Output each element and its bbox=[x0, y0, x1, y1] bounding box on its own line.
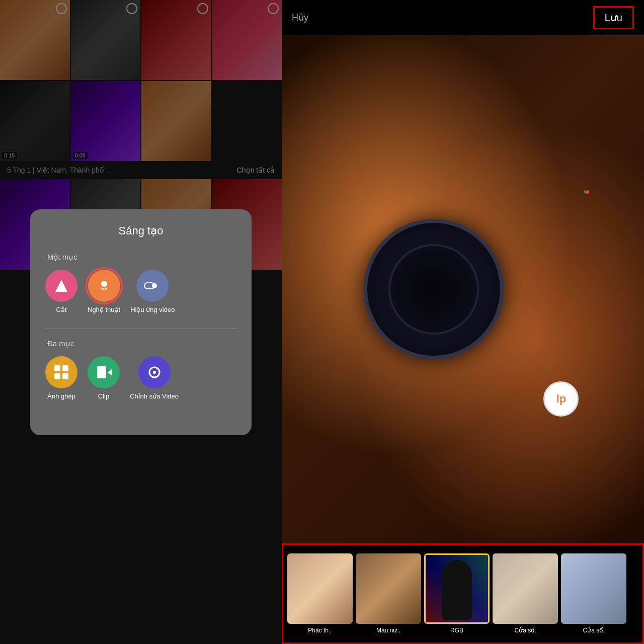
anh-ghep-icon bbox=[45, 356, 77, 388]
svg-point-1 bbox=[101, 281, 107, 287]
chinh-sua-icon bbox=[138, 356, 171, 388]
filter-thumb-cua-so2 bbox=[561, 553, 626, 624]
left-panel: 0:15 0:08 5 Thg 1 | Việt Nam, Thành phố … bbox=[0, 0, 282, 644]
lp-badge: lp bbox=[543, 381, 579, 417]
filter-mau-nu[interactable]: Màu nư.. bbox=[356, 553, 421, 634]
filter-thumb-mau-nu bbox=[356, 553, 421, 624]
cat-icon bbox=[45, 270, 77, 302]
filter-label-cua-so1: Cửa sổ. bbox=[514, 627, 536, 634]
clip-icon bbox=[88, 356, 120, 388]
modal-item-hieu-ung[interactable]: Hiệu ứng video bbox=[130, 270, 175, 313]
clip-label: Clip bbox=[98, 392, 109, 400]
items-multi-row: Ảnh ghép Clip bbox=[45, 356, 236, 400]
filter-thumb-cua-so1 bbox=[493, 553, 558, 624]
top-bar: Hủy Lưu bbox=[282, 0, 644, 35]
modal-item-cat[interactable]: Cắt bbox=[45, 270, 77, 313]
cat-label: Cắt bbox=[56, 306, 67, 313]
svg-point-11 bbox=[153, 371, 156, 374]
rgb-silhouette bbox=[442, 560, 472, 620]
svg-rect-6 bbox=[54, 373, 60, 379]
right-panel: Hủy Lưu ∝ lp Phác th.. Màu nư.. bbox=[282, 0, 644, 644]
section-one-label: Một mục bbox=[47, 253, 236, 262]
svg-point-3 bbox=[152, 283, 157, 288]
items-one-row: Cắt Nghệ thuật bbox=[45, 270, 236, 313]
divider bbox=[45, 329, 236, 329]
image-preview: ∝ lp bbox=[282, 35, 644, 543]
preview-background: ∝ lp bbox=[282, 35, 644, 543]
filter-rgb[interactable]: RGB bbox=[424, 553, 490, 634]
nghe-thuat-label: Nghệ thuật bbox=[88, 306, 120, 313]
modal-overlay: Sáng tạo Một mục Cắt bbox=[0, 0, 282, 644]
modal-box: Sáng tạo Một mục Cắt bbox=[30, 209, 252, 435]
filter-cua-so1[interactable]: Cửa sổ. bbox=[493, 553, 558, 634]
section-multi-label: Đa mục bbox=[47, 339, 236, 348]
modal-item-clip[interactable]: Clip bbox=[88, 356, 120, 400]
rgb-effect: ∝ bbox=[585, 188, 590, 196]
filter-label-cua-so2: Cửa sổ. bbox=[583, 627, 604, 634]
svg-marker-0 bbox=[55, 280, 67, 292]
modal-item-chinh-sua[interactable]: Chỉnh sửa Video bbox=[130, 356, 179, 400]
cancel-button[interactable]: Hủy bbox=[292, 12, 308, 23]
filter-label-mau-nu: Màu nư.. bbox=[376, 627, 400, 634]
nghe-thuat-icon bbox=[88, 270, 120, 302]
hieu-ung-icon bbox=[136, 270, 169, 302]
svg-rect-8 bbox=[97, 366, 106, 378]
svg-marker-9 bbox=[108, 369, 112, 375]
anh-ghep-label: Ảnh ghép bbox=[47, 392, 75, 400]
camera-lens-inner bbox=[388, 244, 479, 335]
filter-thumb-phac-th bbox=[287, 553, 353, 624]
modal-title: Sáng tạo bbox=[45, 224, 236, 237]
filter-thumb-rgb bbox=[424, 553, 490, 624]
svg-rect-7 bbox=[62, 373, 68, 379]
hieu-ung-label: Hiệu ứng video bbox=[130, 306, 175, 313]
svg-rect-4 bbox=[54, 365, 60, 371]
svg-rect-5 bbox=[62, 365, 68, 371]
camera-lens bbox=[363, 219, 504, 360]
filter-phac-th[interactable]: Phác th.. bbox=[287, 553, 353, 634]
modal-item-nghe-thuat[interactable]: Nghệ thuật bbox=[88, 270, 120, 313]
modal-item-anh-ghep[interactable]: Ảnh ghép bbox=[45, 356, 77, 400]
filter-strip[interactable]: Phác th.. Màu nư.. RGB Cửa sổ. Cửa sổ. bbox=[282, 543, 644, 644]
filter-label-phac-th: Phác th.. bbox=[308, 627, 332, 634]
filter-cua-so2[interactable]: Cửa sổ. bbox=[561, 553, 626, 634]
filter-label-rgb: RGB bbox=[450, 627, 463, 634]
save-button[interactable]: Lưu bbox=[593, 6, 634, 29]
chinh-sua-label: Chỉnh sửa Video bbox=[130, 392, 179, 400]
